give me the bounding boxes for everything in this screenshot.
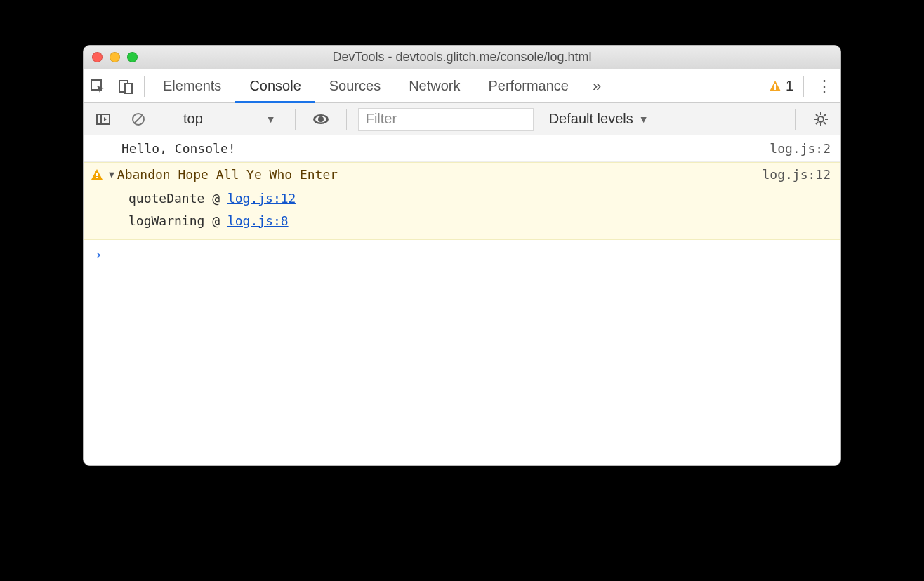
close-window-button[interactable] [92, 52, 103, 62]
svg-rect-21 [96, 173, 98, 176]
svg-rect-4 [774, 88, 776, 90]
chevron-down-icon: ▼ [639, 114, 649, 125]
window-title: DevTools - devtools.glitch.me/console/lo… [84, 50, 840, 65]
window-controls [92, 52, 138, 62]
frame-function: quoteDante [128, 191, 204, 206]
tab-console[interactable]: Console [235, 69, 315, 103]
context-label: top [183, 111, 203, 127]
log-row-info: Hello, Console! log.js:2 [84, 135, 840, 162]
at-glyph: @ [212, 213, 220, 228]
console-sidebar-toggle-icon[interactable] [93, 109, 113, 129]
execution-context-selector[interactable]: top ▼ [176, 107, 284, 131]
warnings-badge[interactable]: 1 [769, 78, 799, 94]
disclosure-triangle-icon[interactable]: ▼ [109, 169, 114, 180]
svg-rect-2 [125, 84, 132, 93]
tab-sources[interactable]: Sources [315, 69, 395, 103]
inspect-element-icon[interactable] [88, 76, 107, 96]
title-url: devtools.glitch.me/console/log.html [395, 50, 591, 64]
stack-frame: quoteDante @ log.js:12 [128, 187, 831, 210]
svg-point-12 [818, 116, 824, 122]
device-toolbar-icon[interactable] [116, 76, 136, 96]
devtools-window: DevTools - devtools.glitch.me/console/lo… [83, 45, 841, 466]
titlebar: DevTools - devtools.glitch.me/console/lo… [84, 46, 840, 69]
chevron-down-icon: ▼ [266, 114, 276, 125]
log-levels-selector[interactable]: Default levels ▼ [549, 111, 649, 127]
live-expression-icon[interactable] [311, 109, 331, 129]
log-message: Abandon Hope All Ye Who Enter [117, 167, 338, 182]
tab-network[interactable]: Network [395, 69, 474, 103]
svg-rect-22 [96, 177, 98, 178]
divider [346, 109, 347, 130]
source-link[interactable]: log.js:12 [762, 167, 831, 182]
zoom-window-button[interactable] [127, 52, 138, 62]
log-row-warning: ▼ Abandon Hope All Ye Who Enter log.js:1… [84, 162, 840, 240]
divider [295, 109, 296, 130]
warnings-count: 1 [786, 78, 793, 94]
at-glyph: @ [212, 191, 220, 206]
frame-function: logWarning [128, 213, 204, 228]
console-prompt[interactable]: › [84, 240, 840, 269]
warning-icon [769, 80, 781, 93]
console-toolbar: top ▼ Default levels ▼ [84, 103, 840, 135]
console-settings-icon[interactable] [811, 109, 831, 129]
divider [144, 76, 145, 97]
stack-trace: quoteDante @ log.js:12 logWarning @ log.… [128, 187, 831, 232]
frame-source-link[interactable]: log.js:12 [227, 191, 296, 206]
svg-line-18 [824, 122, 826, 124]
minimize-window-button[interactable] [110, 52, 120, 62]
divider [795, 109, 796, 130]
svg-line-8 [134, 115, 143, 123]
title-prefix: DevTools - [332, 50, 395, 64]
svg-line-20 [824, 114, 826, 116]
warning-icon [91, 168, 103, 181]
svg-rect-3 [774, 84, 776, 88]
prompt-icon: › [95, 247, 103, 262]
svg-rect-5 [97, 114, 110, 124]
levels-label: Default levels [549, 111, 633, 127]
frame-source-link[interactable]: log.js:8 [227, 213, 289, 228]
divider [164, 109, 164, 130]
stack-frame: logWarning @ log.js:8 [128, 210, 831, 232]
panel-tabs: Elements Console Sources Network Perform… [84, 69, 840, 103]
divider [803, 76, 804, 97]
svg-line-17 [816, 114, 818, 116]
svg-line-19 [816, 122, 818, 124]
source-link[interactable]: log.js:2 [770, 141, 831, 156]
tab-elements[interactable]: Elements [149, 69, 235, 103]
tab-performance[interactable]: Performance [475, 69, 583, 103]
settings-menu-icon[interactable]: ⋮ [808, 77, 840, 95]
filter-input[interactable] [358, 108, 534, 131]
svg-point-11 [318, 116, 324, 122]
console-log-area: Hello, Console! log.js:2 ▼ Abandon Hope … [84, 135, 840, 465]
clear-console-icon[interactable] [128, 109, 148, 129]
more-tabs-icon[interactable]: » [583, 77, 611, 95]
log-message: Hello, Console! [121, 141, 236, 156]
